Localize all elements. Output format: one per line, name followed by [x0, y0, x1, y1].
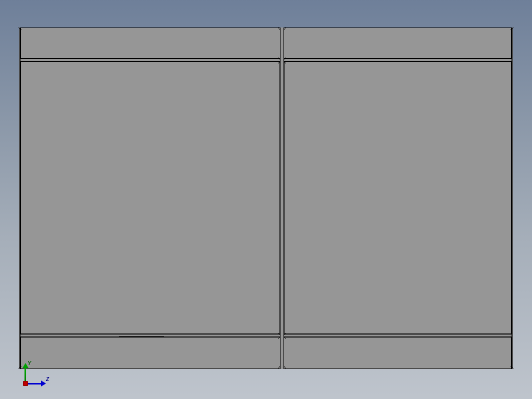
- model-main-left-panel: [20, 62, 280, 334]
- y-axis-label: Y: [28, 360, 31, 366]
- cad-model[interactable]: [19, 28, 513, 369]
- svg-line-15: [510, 366, 514, 369]
- model-main-right-panel: [284, 62, 512, 334]
- z-axis-arrow-icon: [41, 380, 46, 386]
- cad-viewport[interactable]: Y Z: [0, 0, 532, 399]
- model-divider-seam-mark-bottom: [278, 333, 286, 339]
- svg-line-13: [510, 27, 514, 30]
- coordinate-axes-widget[interactable]: Y Z: [20, 359, 50, 389]
- svg-line-0: [278, 27, 280, 30]
- y-axis-line: [24, 367, 26, 381]
- svg-line-2: [278, 58, 280, 60]
- svg-line-12: [18, 27, 22, 30]
- svg-line-6: [278, 333, 280, 335]
- model-divider-bottom-mark: [278, 365, 286, 370]
- model-right-edge: [512, 28, 513, 369]
- svg-line-9: [284, 337, 286, 339]
- axis-origin-icon: [23, 381, 28, 386]
- model-divider-seam-mark-top: [278, 58, 286, 64]
- z-axis-line: [28, 383, 42, 384]
- svg-line-5: [284, 62, 286, 64]
- svg-line-4: [278, 62, 280, 64]
- svg-line-8: [278, 337, 280, 339]
- model-vertical-divider: [280, 28, 284, 369]
- svg-line-10: [278, 366, 280, 369]
- model-bottom-panel: [20, 337, 512, 369]
- model-corner-tr: [508, 27, 514, 32]
- svg-line-11: [284, 366, 286, 369]
- model-divider-top-mark: [278, 27, 286, 32]
- model-corner-br: [508, 365, 514, 370]
- model-corner-tl: [18, 27, 24, 32]
- svg-line-3: [284, 58, 286, 60]
- svg-line-1: [284, 27, 286, 30]
- z-axis-label: Z: [46, 376, 49, 382]
- model-bottom-partial-line: [119, 336, 164, 336]
- svg-line-7: [284, 333, 286, 335]
- model-top-panel: [20, 28, 512, 58]
